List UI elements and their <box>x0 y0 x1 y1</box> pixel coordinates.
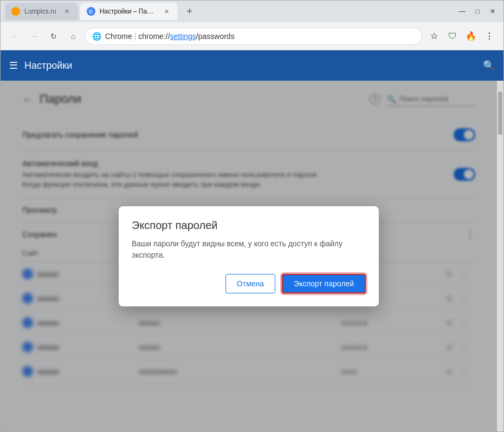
menu-icon[interactable]: ⋮ <box>482 29 497 44</box>
url-scheme: chrome:// <box>138 32 170 41</box>
address-bar: ← → ↻ ⌂ 🌐 Chrome | chrome://settings/pas… <box>1 22 503 50</box>
tab-settings[interactable]: ⚙ Настройки – Пароли ✕ <box>80 3 178 20</box>
settings-content: ← Пароли ? 🔍 <box>1 81 497 431</box>
close-button[interactable]: ✕ <box>486 5 499 18</box>
lumpics-favicon <box>11 7 20 16</box>
settings-search-icon[interactable]: 🔍 <box>483 60 495 71</box>
dialog-title: Экспорт паролей <box>132 219 366 232</box>
url-chrome: Chrome <box>105 32 132 41</box>
scrollbar-thumb[interactable] <box>498 91 502 135</box>
shield-icon[interactable]: 🛡 <box>445 29 460 44</box>
minimize-button[interactable]: — <box>456 5 469 18</box>
browser-window: Lumpics.ru ✕ ⚙ Настройки – Пароли ✕ + — … <box>0 0 504 432</box>
url-text: Chrome | chrome://settings/passwords <box>105 32 415 41</box>
address-actions: ☆ 🛡 🔥 ⋮ <box>427 29 497 44</box>
export-passwords-dialog: Экспорт паролей Ваши пароли будут видны … <box>119 206 379 306</box>
forward-nav-button[interactable]: → <box>27 29 42 44</box>
fire-icon[interactable]: 🔥 <box>463 29 479 44</box>
settings-area: ☰ Настройки 🔍 ← Пароли ? <box>1 50 503 431</box>
tab-lumpics-close[interactable]: ✕ <box>63 7 72 16</box>
dialog-actions: Отмена Экспорт паролей <box>132 274 366 293</box>
tab-settings-title: Настройки – Пароли <box>100 8 156 15</box>
bookmark-icon[interactable]: ☆ <box>427 29 442 44</box>
url-settings: settings <box>170 32 196 41</box>
new-tab-button[interactable]: + <box>182 4 197 19</box>
title-bar: Lumpics.ru ✕ ⚙ Настройки – Пароли ✕ + — … <box>1 1 503 22</box>
settings-header: ☰ Настройки 🔍 <box>1 50 503 81</box>
tab-lumpics[interactable]: Lumpics.ru ✕ <box>5 3 78 20</box>
dialog-overlay: Экспорт паролей Ваши пароли будут видны … <box>1 81 497 431</box>
reload-button[interactable]: ↻ <box>46 29 61 44</box>
settings-favicon: ⚙ <box>87 7 95 16</box>
home-button[interactable]: ⌂ <box>66 29 81 44</box>
scrollbar[interactable] <box>497 81 503 431</box>
dialog-text: Ваши пароли будут видны всем, у кого ест… <box>132 238 366 261</box>
url-passwords: /passwords <box>196 32 235 41</box>
settings-header-title: Настройки <box>24 60 72 71</box>
window-controls: — □ ✕ <box>456 5 499 18</box>
hamburger-menu[interactable]: ☰ <box>9 60 18 71</box>
security-icon: 🌐 <box>92 32 101 41</box>
cancel-button[interactable]: Отмена <box>225 274 275 293</box>
url-bar[interactable]: 🌐 Chrome | chrome://settings/passwords <box>85 28 422 45</box>
maximize-button[interactable]: □ <box>471 5 484 18</box>
tab-lumpics-title: Lumpics.ru <box>24 8 56 15</box>
tab-settings-close[interactable]: ✕ <box>163 7 171 16</box>
back-nav-button[interactable]: ← <box>7 29 22 44</box>
export-button[interactable]: Экспорт паролей <box>282 274 366 293</box>
